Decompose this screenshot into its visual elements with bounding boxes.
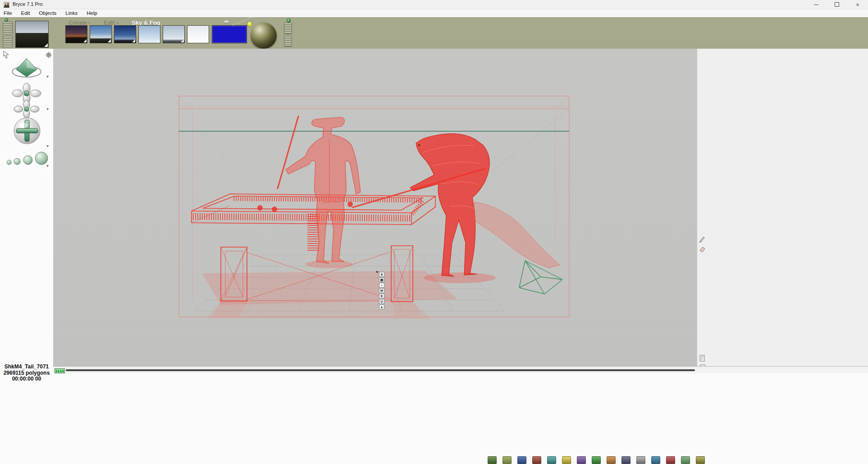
camera-view-control[interactable] xyxy=(8,57,45,80)
bottom-palette-icon-7[interactable] xyxy=(577,456,586,464)
nano-preview[interactable] xyxy=(15,21,49,48)
bottom-palette-icon-3[interactable] xyxy=(517,456,526,464)
sky-preset-thumbnail-6[interactable] xyxy=(187,25,209,43)
bottom-palette-icon-8[interactable] xyxy=(592,456,601,464)
bottom-palette-icon-6[interactable] xyxy=(562,456,571,464)
sky-preset-thumbnail-5[interactable] xyxy=(163,25,185,43)
main-toolbar: Create › Edit › Sky & Fog ☁ xyxy=(0,17,868,49)
menu-file[interactable]: File xyxy=(0,9,17,17)
sky-preset-thumbnail-1[interactable] xyxy=(65,25,87,43)
chevron-down-icon[interactable]: ▾ xyxy=(46,163,49,168)
preview-corner-handle[interactable] xyxy=(44,43,48,47)
minimize-icon xyxy=(814,5,818,5)
viewport-canvas[interactable] xyxy=(53,49,697,366)
menu-bar: File Edit Objects Links Help xyxy=(0,9,868,18)
toolbar-right-indicator[interactable] xyxy=(287,18,291,23)
preset-corner-handle[interactable] xyxy=(181,39,184,42)
material-button[interactable]: M xyxy=(379,288,384,293)
preset-corner-handle[interactable] xyxy=(205,39,208,42)
preset-corner-handle[interactable] xyxy=(156,39,160,42)
app-icon xyxy=(4,2,9,8)
edit-button[interactable]: E xyxy=(379,294,384,299)
object-attribute-toolbar: A ▤ ▪ M E U ▲ xyxy=(379,272,385,309)
sun-sky-dome-control[interactable] xyxy=(251,23,277,49)
sky-preset-thumbnail-2[interactable] xyxy=(90,25,112,43)
toolbar-right-stack-2[interactable] xyxy=(284,35,292,47)
chevron-down-icon[interactable]: ▾ xyxy=(46,143,49,148)
page-icon[interactable] xyxy=(699,354,706,362)
maximize-icon xyxy=(835,2,839,7)
toolbar-left-stack-1[interactable] xyxy=(3,22,13,34)
cue-stick-vertical[interactable] xyxy=(278,116,298,188)
bottom-palette-row xyxy=(488,456,705,464)
selected-object-name: ShkM4_Tail_7071 xyxy=(0,363,53,370)
toolbar-right-stack-1[interactable] xyxy=(284,23,292,34)
bottom-palette-icon-10[interactable] xyxy=(621,456,630,464)
sky-color-swatch[interactable] xyxy=(212,25,247,43)
gear-icon[interactable] xyxy=(45,51,52,59)
sun-position-dot[interactable] xyxy=(247,21,252,27)
shark-tail-wireframe[interactable] xyxy=(472,202,560,268)
maximize-button[interactable] xyxy=(827,0,847,9)
origin-handle-dot[interactable] xyxy=(376,271,378,273)
menu-objects[interactable]: Objects xyxy=(34,9,61,17)
preset-corner-handle[interactable] xyxy=(83,39,87,42)
preset-corner-handle[interactable] xyxy=(132,39,135,42)
pool-ball[interactable] xyxy=(347,202,353,207)
pencil-icon[interactable] xyxy=(699,235,706,243)
unity-button[interactable]: U xyxy=(379,299,384,304)
bottom-palette-icon-15[interactable] xyxy=(696,456,705,464)
up-arrow-button[interactable]: ▲ xyxy=(379,304,384,309)
chevron-down-icon[interactable]: ▾ xyxy=(46,74,49,79)
family-button[interactable]: ▤ xyxy=(379,277,384,282)
menu-links[interactable]: Links xyxy=(61,9,82,17)
toolbar-left-stack-2[interactable] xyxy=(3,35,13,48)
bottom-palette-icon-13[interactable] xyxy=(666,456,675,464)
figure-hammerhead-standing[interactable] xyxy=(286,117,361,263)
bottom-palette-icon-5[interactable] xyxy=(547,456,556,464)
status-block: ShkM4_Tail_7071 2969115 polygons 00:00:0… xyxy=(0,363,53,382)
horizontal-scrollbar[interactable] xyxy=(66,369,695,371)
bryce-app-window: Bryce 7.1 Pro × File Edit Objects Links … xyxy=(0,0,868,464)
camera-orbit-control[interactable] xyxy=(12,100,41,118)
bottom-area xyxy=(53,373,868,464)
render-progress-indicator xyxy=(55,368,65,373)
polygon-count: 2969115 polygons xyxy=(0,370,53,376)
window-title: Bryce 7.1 Pro xyxy=(13,1,43,7)
title-bar: Bryce 7.1 Pro × xyxy=(0,0,868,9)
pool-ball[interactable] xyxy=(257,205,263,211)
bottom-palette-icon-1[interactable] xyxy=(488,456,497,464)
attributes-button[interactable]: A xyxy=(379,272,384,277)
pool-ball[interactable] xyxy=(272,207,277,212)
link-button[interactable]: ▪ xyxy=(379,283,384,288)
memory-dots-control[interactable] xyxy=(4,149,50,167)
close-button[interactable]: × xyxy=(847,0,868,9)
preset-corner-handle[interactable] xyxy=(108,39,111,42)
toolbar-left-indicator[interactable] xyxy=(5,18,8,22)
sky-preset-thumbnail-4[interactable] xyxy=(138,25,160,43)
render-time: 00:00:00 00 xyxy=(0,376,53,382)
bottom-palette-icon-9[interactable] xyxy=(607,456,616,464)
bottom-palette-icon-4[interactable] xyxy=(532,456,541,464)
bottom-palette-icon-2[interactable] xyxy=(503,456,512,464)
bottom-palette-icon-14[interactable] xyxy=(681,456,690,464)
scroll-strip xyxy=(53,366,868,374)
menu-edit[interactable]: Edit xyxy=(17,9,35,17)
cloud-icon[interactable]: ☁ xyxy=(223,17,229,24)
wireframe-scene xyxy=(53,49,697,366)
eraser-icon[interactable] xyxy=(699,245,706,253)
camera-trackball-control[interactable] xyxy=(13,116,41,145)
sky-preset-thumbnail-3[interactable] xyxy=(114,25,136,43)
shadows xyxy=(202,260,496,319)
bottom-palette-icon-12[interactable] xyxy=(651,456,660,464)
chevron-down-icon[interactable]: ▾ xyxy=(46,106,49,111)
menu-help[interactable]: Help xyxy=(82,9,102,17)
close-icon: × xyxy=(856,2,859,8)
minimize-button[interactable] xyxy=(806,0,827,9)
camera-palette: ▾ ▾ ▾ xyxy=(0,49,54,464)
bottom-palette-icon-11[interactable] xyxy=(636,456,645,464)
